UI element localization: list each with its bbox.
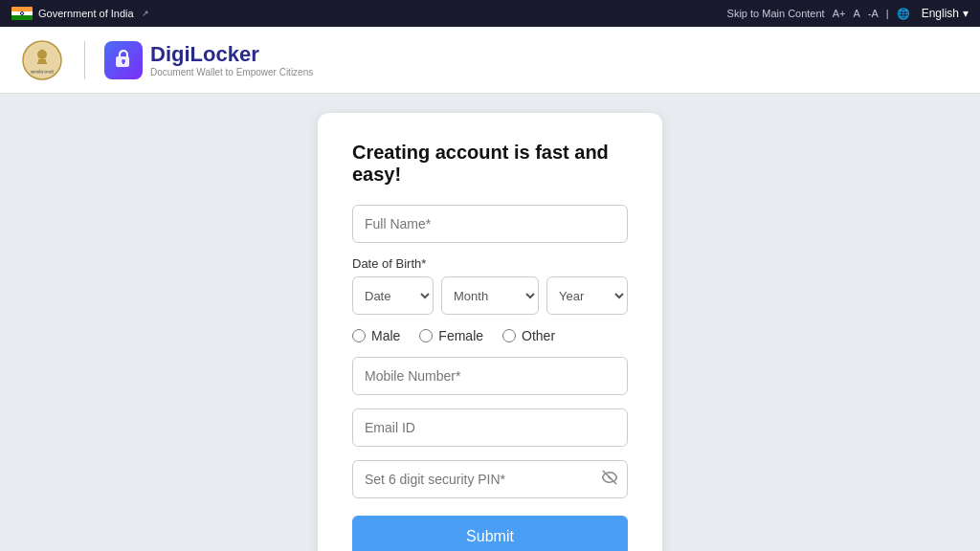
pin-wrapper xyxy=(352,460,628,498)
gov-bar-right: Skip to Main Content A+ A -A | 🌐 English… xyxy=(727,7,969,20)
svg-rect-3 xyxy=(37,62,47,64)
email-group xyxy=(352,408,628,447)
india-flag xyxy=(11,7,33,20)
pin-group xyxy=(352,460,628,498)
dob-group: Date of Birth* Date 123 456 789 101520 2… xyxy=(352,256,628,315)
logo-section: सत्यमेव जयते DigiLocker Document Wallet … xyxy=(19,37,313,83)
gender-other-label: Other xyxy=(522,328,555,343)
header: सत्यमेव जयते DigiLocker Document Wallet … xyxy=(0,27,980,94)
accessibility-controls: Skip to Main Content A+ A -A | 🌐 xyxy=(727,8,910,20)
gender-other-radio[interactable] xyxy=(502,329,516,342)
signup-form-card: Creating account is fast and easy! Date … xyxy=(318,113,662,551)
separator: | xyxy=(886,8,889,19)
gov-name: Government of India xyxy=(38,8,134,19)
gender-other-option[interactable]: Other xyxy=(502,328,555,343)
date-select[interactable]: Date 123 456 789 101520 252829 3031 xyxy=(352,276,434,315)
mobile-group xyxy=(352,357,628,395)
digilocker-logo: DigiLocker Document Wallet to Empower Ci… xyxy=(104,41,313,79)
year-select[interactable]: Year 202420102000 199519901985 198019701… xyxy=(546,276,628,315)
language-label: English xyxy=(922,7,959,20)
dob-label: Date of Birth* xyxy=(352,256,628,271)
logo-name: DigiLocker xyxy=(150,42,313,67)
mobile-input[interactable] xyxy=(352,357,628,395)
fullname-group xyxy=(352,205,628,243)
language-selector[interactable]: English ▾ xyxy=(922,7,969,20)
font-large-btn[interactable]: A+ xyxy=(833,8,846,19)
logo-tagline: Document Wallet to Empower Citizens xyxy=(150,67,313,77)
month-select[interactable]: Month JanuaryFebruaryMarch AprilMayJune … xyxy=(441,276,539,315)
gender-male-option[interactable]: Male xyxy=(352,328,400,343)
fullname-input[interactable] xyxy=(352,205,628,243)
language-chevron: ▾ xyxy=(963,7,969,20)
submit-button[interactable]: Submit xyxy=(352,516,628,551)
pin-input[interactable] xyxy=(352,460,628,498)
gender-female-option[interactable]: Female xyxy=(419,328,483,343)
ashoka-emblem: सत्यमेव जयते xyxy=(19,37,65,83)
digilocker-icon xyxy=(104,41,143,79)
svg-rect-8 xyxy=(122,61,124,64)
form-title: Creating account is fast and easy! xyxy=(352,142,628,186)
dob-selects: Date 123 456 789 101520 252829 3031 Mont… xyxy=(352,276,628,315)
email-input[interactable] xyxy=(352,408,628,447)
main-content: Creating account is fast and easy! Date … xyxy=(0,94,980,551)
gender-male-label: Male xyxy=(371,328,400,343)
svg-rect-2 xyxy=(38,59,46,62)
font-medium-btn[interactable]: A xyxy=(853,8,859,19)
external-link-icon: ↗ xyxy=(142,9,149,18)
gov-bar: Government of India ↗ Skip to Main Conte… xyxy=(0,0,980,27)
skip-to-main[interactable]: Skip to Main Content xyxy=(727,8,825,19)
gender-group: Male Female Other xyxy=(352,328,628,343)
logo-divider xyxy=(84,41,85,79)
gender-female-label: Female xyxy=(438,328,483,343)
font-small-btn[interactable]: -A xyxy=(868,8,879,19)
eye-icon[interactable] xyxy=(601,469,618,490)
logo-text-group: DigiLocker Document Wallet to Empower Ci… xyxy=(150,42,313,77)
gender-male-radio[interactable] xyxy=(352,329,366,342)
svg-text:सत्यमेव जयते: सत्यमेव जयते xyxy=(30,69,54,75)
gender-female-radio[interactable] xyxy=(419,329,433,342)
lang-icon: 🌐 xyxy=(897,8,910,20)
gov-bar-left: Government of India ↗ xyxy=(11,7,149,20)
